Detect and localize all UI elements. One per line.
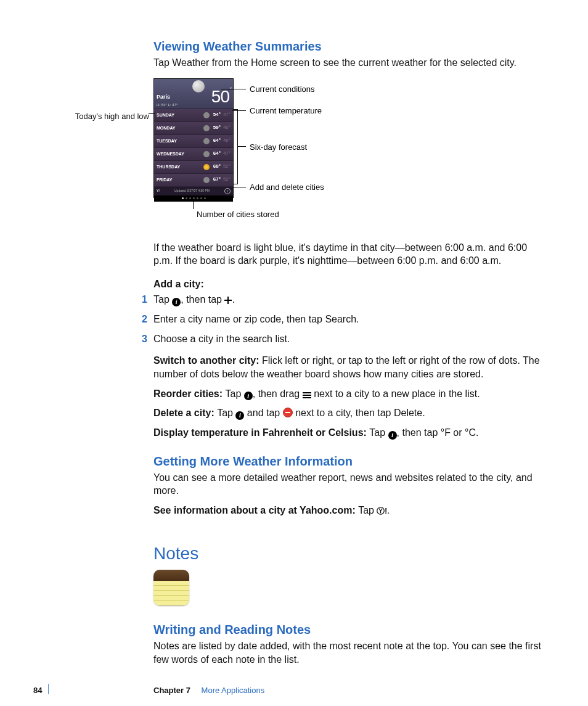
units-paragraph: Display temperature in Fahrenheit or Cel…: [153, 426, 542, 440]
add-city-heading: Add a city:: [153, 279, 204, 289]
step-2: Enter a city name or zip code, then tap …: [153, 314, 359, 324]
step-number: 2: [142, 313, 147, 326]
drag-handle-icon: [303, 392, 311, 398]
heading-writing-reading-notes: Writing and Reading Notes: [153, 622, 542, 638]
callout-temperature: Current temperature: [250, 105, 322, 117]
daynight-paragraph: If the weather board is light blue, it's…: [153, 241, 542, 268]
delete-paragraph: Delete a city: Tap i and tap next to a c…: [153, 406, 542, 420]
switch-city-paragraph: Switch to another city: Flick left or ri…: [153, 354, 542, 380]
heading-more-weather-info: Getting More Weather Information: [153, 453, 542, 470]
info-icon: i: [388, 431, 397, 440]
heading-notes: Notes: [153, 542, 542, 565]
intro-paragraph: Tap Weather from the Home screen to see …: [153, 56, 542, 70]
plus-icon: [224, 297, 232, 304]
page-number: 84: [33, 685, 42, 696]
weather-diagram: Paris H: 54° L: 47° 50 ° SUNDAY54°47°MON…: [153, 78, 542, 232]
step-1: Tap i, then tap .: [153, 294, 235, 305]
callout-dots: Number of cities stored: [197, 209, 279, 220]
chapter-label: Chapter 7: [153, 686, 190, 695]
callout-forecast: Six-day forecast: [250, 142, 307, 153]
heading-viewing-weather: Viewing Weather Summaries: [153, 38, 542, 55]
yahoo-icon: Ⓨ!: [377, 506, 386, 515]
callout-add-delete: Add and delete cities: [250, 182, 324, 193]
step-number: 1: [142, 293, 147, 306]
reorder-paragraph: Reorder cities: Tap i, then drag next to…: [153, 387, 542, 401]
delete-circle-icon: [283, 408, 293, 417]
info-icon: i: [244, 392, 253, 400]
info-icon: i: [235, 411, 244, 420]
notes-paragraph: Notes are listed by date added, with the…: [153, 639, 542, 666]
callout-today-hl: Today's high and low: [63, 111, 149, 122]
notes-app-icon: [153, 570, 189, 605]
callout-conditions: Current conditions: [250, 84, 315, 95]
chapter-title: More Applications: [202, 686, 265, 695]
more-info-paragraph: You can see a more detailed weather repo…: [153, 471, 542, 498]
step-3: Choose a city in the search list.: [153, 334, 290, 344]
step-number: 3: [142, 332, 147, 346]
yahoo-paragraph: See information about a city at Yahoo.co…: [153, 504, 542, 517]
info-icon: i: [172, 298, 181, 306]
